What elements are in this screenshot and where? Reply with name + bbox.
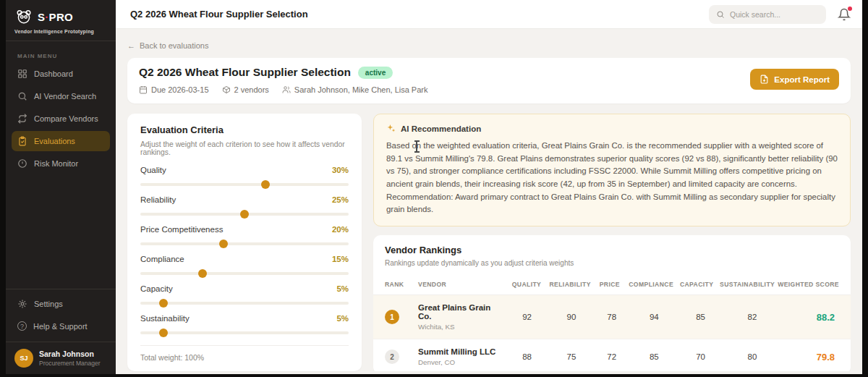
sidebar-item-ai-vendor-search[interactable]: AI Vendor Search — [12, 86, 110, 106]
slider-thumb[interactable] — [240, 210, 249, 219]
dashboard-grid-icon — [17, 69, 27, 79]
mouse-text-cursor — [416, 142, 417, 151]
export-report-button[interactable]: Export Report — [750, 69, 839, 90]
sidebar-item-compare-vendors[interactable]: Compare Vendors — [12, 109, 110, 129]
criterion-reliability: Reliability25% — [140, 195, 349, 216]
sidebar-item-label: Settings — [34, 300, 63, 308]
back-to-evaluations-link[interactable]: ← Back to evaluations — [127, 41, 208, 50]
sidebar-item-dashboard[interactable]: Dashboard — [12, 64, 110, 84]
user-profile[interactable]: SJ Sarah Johnson Procurement Manager — [6, 342, 116, 374]
sidebar-item-label: AI Vendor Search — [34, 92, 96, 101]
logo-block: S·PRO Vendor Intelligence Prototyping — [6, 0, 116, 41]
vendor-count: 2 vendors — [222, 85, 269, 94]
column-header: RANK — [385, 281, 418, 288]
notifications-bell[interactable] — [838, 8, 851, 21]
criterion-sustainability: Sustainability5% — [140, 314, 349, 334]
price-score: 78 — [595, 313, 629, 321]
table-row-great-plains[interactable]: 1 Great Plains Grain Co. Wichita, KS 92 … — [373, 295, 851, 339]
spro-mascot-logo-icon — [14, 7, 33, 26]
reliability-slider[interactable] — [140, 213, 349, 216]
sidebar-item-label: Risk Monitor — [34, 159, 78, 168]
table-header-row: RANK VENDOR QUALITY RELIABILITY PRICE CO… — [373, 274, 851, 295]
compare-arrows-icon — [17, 114, 27, 124]
vendor-name: Summit Milling LLC — [418, 347, 506, 356]
rankings-subtitle: Rankings update dynamically as you adjus… — [385, 259, 839, 267]
criterion-quality: Quality30% — [140, 166, 349, 186]
main-area: Q2 2026 Wheat Flour Supplier Selection ←… — [116, 0, 862, 374]
sidebar-item-settings[interactable]: Settings — [12, 294, 110, 314]
clipboard-icon — [17, 136, 27, 146]
reliability-score: 90 — [548, 313, 595, 321]
slider-thumb[interactable] — [261, 180, 270, 189]
criteria-subtitle: Adjust the weight of each criterion to s… — [140, 140, 349, 156]
avatar: SJ — [14, 349, 33, 368]
quality-slider[interactable] — [140, 183, 349, 186]
status-badge: active — [358, 67, 393, 79]
criterion-weight: 25% — [332, 195, 349, 204]
screen-frame: S·PRO Vendor Intelligence Prototyping MA… — [0, 0, 868, 377]
column-header: PRICE — [593, 281, 626, 288]
topbar: Q2 2026 Wheat Flour Supplier Selection — [116, 0, 862, 29]
slider-thumb[interactable] — [219, 240, 228, 248]
sidebar: S·PRO Vendor Intelligence Prototyping MA… — [6, 0, 116, 374]
column-header: VENDOR — [418, 281, 506, 288]
sidebar-item-label: Evaluations — [34, 137, 75, 145]
rank-badge: 2 — [385, 350, 399, 364]
capacity-slider[interactable] — [140, 302, 349, 305]
compliance-slider[interactable] — [140, 272, 349, 275]
sustainability-slider[interactable] — [140, 331, 349, 334]
column-header: SUSTAINABILITY — [717, 281, 778, 288]
rankings-title: Vendor Rankings — [385, 245, 839, 255]
sidebar-menu: Dashboard AI Vendor Search Compare Vendo… — [6, 64, 116, 174]
due-date: Due 2026-03-15 — [139, 85, 209, 94]
sidebar-item-help-support[interactable]: ? Help & Support — [12, 316, 110, 336]
criterion-weight: 5% — [336, 284, 349, 293]
sustainability-score: 82 — [721, 313, 783, 321]
criterion-label: Reliability — [140, 195, 176, 204]
sustainability-score: 80 — [721, 352, 783, 361]
search-input[interactable] — [730, 10, 819, 19]
evaluation-header-card: Q2 2026 Wheat Flour Supplier Selection a… — [127, 58, 851, 103]
reliability-score: 75 — [548, 352, 595, 361]
vendor-name: Great Plains Grain Co. — [418, 303, 506, 321]
package-icon — [222, 85, 231, 94]
vendor-location: Denver, CO — [418, 358, 506, 366]
slider-thumb[interactable] — [198, 269, 207, 278]
topbar-title: Q2 2026 Wheat Flour Supplier Selection — [130, 9, 697, 20]
criterion-label: Sustainability — [140, 314, 190, 323]
team-members: Sarah Johnson, Mike Chen, Lisa Park — [282, 85, 428, 94]
sidebar-item-risk-monitor[interactable]: Risk Monitor — [12, 153, 110, 174]
compliance-score: 85 — [629, 352, 680, 361]
search-icon — [716, 10, 725, 19]
capacity-score: 70 — [680, 352, 721, 361]
user-role: Procurement Manager — [39, 360, 101, 367]
alert-circle-icon — [17, 158, 27, 169]
vendor-location: Wichita, KS — [418, 323, 506, 331]
sparkles-icon — [386, 124, 396, 133]
price-slider[interactable] — [140, 242, 349, 245]
slider-thumb[interactable] — [159, 299, 168, 308]
sidebar-spacer — [6, 174, 116, 289]
logo-tagline: Vendor Intelligence Prototyping — [14, 29, 107, 34]
column-header: QUALITY — [506, 281, 547, 288]
file-icon — [760, 75, 769, 84]
total-weight: Total weight: 100% — [140, 345, 349, 362]
column-header: COMPLIANCE — [626, 281, 676, 288]
sidebar-item-evaluations[interactable]: Evaluations — [12, 131, 110, 151]
criterion-weight: 5% — [336, 314, 349, 323]
users-icon — [282, 85, 291, 94]
capacity-score: 85 — [680, 313, 721, 321]
criteria-title: Evaluation Criteria — [140, 124, 349, 135]
slider-thumb[interactable] — [159, 329, 168, 337]
criterion-label: Compliance — [140, 255, 184, 263]
sidebar-item-label: Help & Support — [33, 322, 88, 331]
table-row-summit-milling[interactable]: 2 Summit Milling LLC Denver, CO 88 75 72… — [373, 339, 851, 371]
sidebar-item-label: Dashboard — [34, 69, 73, 78]
sidebar-item-label: Compare Vendors — [34, 114, 98, 123]
gear-icon — [17, 299, 27, 309]
sidebar-footer-menu: Settings ? Help & Support — [6, 289, 116, 342]
back-arrow-icon: ← — [127, 41, 135, 50]
notification-dot — [848, 7, 852, 11]
quick-search[interactable] — [709, 5, 826, 24]
rank-badge: 1 — [385, 310, 399, 324]
